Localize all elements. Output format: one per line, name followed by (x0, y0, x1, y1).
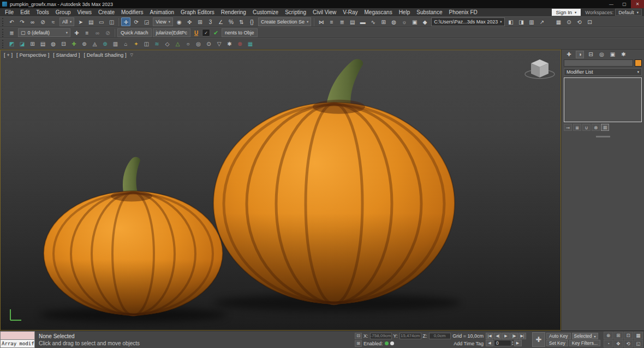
rectangular-selection-icon[interactable]: ▭ (97, 17, 106, 26)
scene-explorer-icon[interactable]: ▤ (348, 17, 357, 26)
plugin-tool-icon[interactable]: ◇ (163, 40, 172, 49)
pin-stack-icon[interactable]: ⊸ (564, 124, 572, 131)
select-object-icon[interactable]: ➤ (76, 17, 85, 26)
enabled-gray-dot[interactable] (390, 341, 394, 345)
next-frame-button[interactable]: |▶ (510, 333, 518, 339)
set-key-button[interactable]: Set Key (546, 340, 568, 346)
plugin-tool-icon[interactable]: ⊗ (235, 40, 245, 49)
menu-item[interactable]: Rendering (218, 8, 249, 16)
y-coordinate-field[interactable]: 15,474cm (399, 333, 421, 339)
select-and-scale-icon[interactable]: ◲ (142, 17, 151, 26)
pan-icon[interactable]: ✥ (613, 340, 623, 347)
go-to-end-button[interactable]: ▶| (518, 333, 526, 339)
plugin-tool-icon[interactable]: ◩ (7, 40, 16, 49)
plugin-tool-icon[interactable]: ◪ (17, 40, 27, 49)
z-coordinate-field[interactable]: 0,0cm (429, 333, 451, 339)
menu-item[interactable]: Substance (413, 8, 445, 16)
menu-item[interactable]: Civil View (309, 8, 339, 16)
go-to-start-button[interactable]: |◀ (486, 333, 493, 339)
menu-item[interactable]: Edit (17, 8, 33, 16)
plugin-tool-icon[interactable]: ⊚ (80, 40, 89, 49)
modifier-list-dropdown[interactable]: Modifier List ▾ (564, 68, 642, 76)
modifier-stack[interactable] (564, 77, 642, 122)
snaps-toggle-icon[interactable]: 3 (206, 17, 215, 26)
regularize-editpoly-button[interactable]: jularize(EditPc (153, 28, 191, 37)
selection-lock-icon[interactable]: ⊡ (355, 333, 362, 339)
undo-icon[interactable]: ↶ (7, 17, 16, 26)
plugin-tool-icon[interactable]: ✦ (132, 40, 141, 49)
render-production-icon[interactable]: ◆ (420, 17, 430, 26)
plugin-tool-icon[interactable]: ○ (183, 40, 193, 49)
add-time-tag-button[interactable]: Add Time Tag (454, 341, 486, 346)
select-and-manipulate-icon[interactable]: ✜ (185, 17, 194, 26)
plugin-tool-icon[interactable]: ⊙ (204, 40, 213, 49)
uniform-macro-icon[interactable]: U (192, 28, 201, 37)
configure-modifier-sets-icon[interactable]: ⊞ (601, 124, 609, 131)
plugin-tool-icon[interactable]: ◍ (49, 40, 58, 49)
plugin-tool-icon[interactable]: ⊟ (59, 40, 68, 49)
menu-item[interactable]: V-Ray (339, 8, 361, 16)
maximize-button[interactable]: ▢ (618, 0, 631, 8)
menu-item[interactable]: Animation (147, 8, 177, 16)
curve-editor-icon[interactable]: ∿ (368, 17, 378, 26)
listener-line[interactable]: Array modifi (0, 340, 35, 348)
current-frame-field[interactable]: 0 (494, 340, 511, 346)
play-button[interactable]: ▶ (502, 333, 510, 339)
maximize-viewport-icon[interactable]: ◱ (634, 340, 643, 347)
menu-item[interactable]: Phoenix FD (445, 8, 480, 16)
perspective-viewport[interactable]: [ + ][ Perspective ][ Standard ][ Defaul… (0, 50, 561, 331)
menu-item[interactable]: Group (52, 8, 74, 16)
hierarchy-tab[interactable]: ⊟ (587, 51, 595, 58)
window-crossing-icon[interactable]: ◫ (107, 17, 116, 26)
zoom-extents-all-icon[interactable]: ▦ (634, 332, 643, 339)
object-name-field[interactable] (564, 59, 633, 67)
toolbar-grip[interactable] (2, 18, 5, 26)
pumpkin-small[interactable] (44, 157, 223, 315)
select-and-move-icon[interactable]: ✛ (121, 17, 130, 26)
gamma-toggle-icon[interactable]: ⟲ (575, 17, 584, 26)
menu-item[interactable]: Create (95, 8, 118, 16)
plugin-tool-icon[interactable]: ≋ (152, 40, 162, 49)
open-explorer-icon[interactable]: ↗ (538, 17, 547, 26)
pumpkin-large[interactable] (213, 59, 455, 304)
plugin-tool-icon[interactable]: ▦ (246, 40, 255, 49)
x-coordinate-field[interactable]: -758,09cm (370, 333, 392, 339)
apply-check-icon[interactable]: ✔ (211, 28, 220, 37)
plugin-tool-icon[interactable]: ⊕ (100, 40, 110, 49)
degradation-icon[interactable]: ⊞ (355, 340, 362, 347)
menu-item[interactable]: Views (74, 8, 96, 16)
plugin-tool-icon[interactable]: △ (173, 40, 182, 49)
modify-tab[interactable]: ◑ (576, 51, 584, 58)
plugin-tool-icon[interactable]: ✚ (69, 40, 79, 49)
previous-frame-button[interactable]: ◀| (494, 333, 502, 339)
plugin-tool-icon[interactable]: ◬ (90, 40, 99, 49)
toggle-scene-explorer-icon[interactable]: ◧ (506, 17, 516, 26)
schematic-view-icon[interactable]: ⊞ (379, 17, 388, 26)
plugin-tool-icon[interactable]: ◎ (194, 40, 203, 49)
toolbar-grip[interactable] (2, 40, 5, 48)
render-setup-icon[interactable]: ☼ (399, 17, 409, 26)
active-layer-dropdown[interactable]: ▢ 0 (default) ▾ (18, 28, 70, 37)
object-color-swatch[interactable] (635, 59, 642, 67)
plugin-tool-icon[interactable]: ▥ (111, 40, 120, 49)
viewport-general-menu[interactable]: [ + ] (4, 52, 13, 58)
menu-item[interactable]: Help (396, 8, 414, 16)
display-tab[interactable]: ▣ (609, 51, 617, 58)
redo-icon[interactable]: ↷ (17, 17, 27, 26)
layer-explorer-icon[interactable]: ≡ (82, 28, 92, 37)
display-quality-icon[interactable]: ⊙ (564, 17, 574, 26)
viewport-render-style-menu[interactable]: [ Standard ] (53, 52, 80, 58)
isolate-selection-icon[interactable]: ▦ (554, 17, 563, 26)
create-tab[interactable]: ✚ (565, 51, 573, 58)
spinner-down-icon[interactable]: ▾ (512, 343, 514, 346)
toggle-layer-explorer-icon[interactable]: ◨ (517, 17, 526, 26)
zoom-extents-icon[interactable]: ⊡ (624, 332, 633, 339)
macro-recorder-line[interactable] (0, 331, 35, 340)
motion-tab[interactable]: ◎ (598, 51, 606, 58)
rendered-frame-icon[interactable]: ▣ (410, 17, 419, 26)
quick-attach-button[interactable]: Quick Attach (117, 28, 152, 37)
material-editor-icon[interactable]: ◍ (389, 17, 398, 26)
bind-to-space-warp-icon[interactable]: ≈ (49, 17, 58, 26)
enabled-green-dot[interactable] (385, 341, 389, 345)
set-keys-button[interactable]: ✚ (532, 332, 545, 347)
